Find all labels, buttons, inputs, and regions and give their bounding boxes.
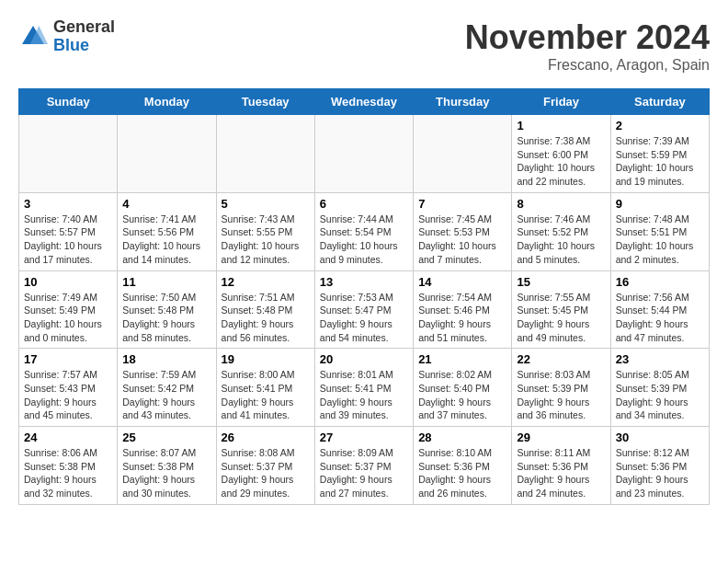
- calendar-cell: 30Sunrise: 8:12 AMSunset: 5:36 PMDayligh…: [610, 427, 709, 505]
- day-info: Sunrise: 7:38 AMSunset: 6:00 PMDaylight:…: [517, 134, 605, 189]
- calendar-cell: 8Sunrise: 7:46 AMSunset: 5:52 PMDaylight…: [512, 192, 610, 270]
- calendar-cell: 28Sunrise: 8:10 AMSunset: 5:36 PMDayligh…: [414, 427, 512, 505]
- logo-general: General: [53, 18, 115, 37]
- header-day-friday: Friday: [512, 89, 610, 115]
- calendar-cell: 12Sunrise: 7:51 AMSunset: 5:48 PMDayligh…: [216, 270, 314, 349]
- day-info: Sunrise: 8:05 AMSunset: 5:39 PMDaylight:…: [616, 368, 704, 422]
- calendar-cell: 2Sunrise: 7:39 AMSunset: 5:59 PMDaylight…: [610, 115, 709, 193]
- calendar-cell: 23Sunrise: 8:05 AMSunset: 5:39 PMDayligh…: [610, 349, 709, 427]
- calendar-cell: 26Sunrise: 8:08 AMSunset: 5:37 PMDayligh…: [216, 427, 314, 505]
- day-number: 12: [222, 275, 310, 289]
- day-info: Sunrise: 7:39 AMSunset: 5:59 PMDaylight:…: [616, 134, 704, 189]
- calendar-body: 1Sunrise: 7:38 AMSunset: 6:00 PMDaylight…: [19, 115, 710, 505]
- calendar-cell: 7Sunrise: 7:45 AMSunset: 5:53 PMDaylight…: [414, 192, 512, 270]
- day-number: 21: [418, 352, 506, 366]
- header-row: SundayMondayTuesdayWednesdayThursdayFrid…: [19, 89, 710, 115]
- day-number: 3: [24, 197, 112, 211]
- logo-text: General Blue: [53, 18, 115, 55]
- day-number: 2: [616, 119, 704, 132]
- day-number: 5: [222, 197, 310, 211]
- logo-blue: Blue: [53, 37, 115, 55]
- logo: General Blue: [18, 18, 115, 55]
- day-info: Sunrise: 7:44 AMSunset: 5:54 PMDaylight:…: [320, 213, 408, 267]
- calendar-cell: 4Sunrise: 7:41 AMSunset: 5:56 PMDaylight…: [118, 192, 216, 270]
- calendar-cell: 19Sunrise: 8:00 AMSunset: 5:41 PMDayligh…: [216, 349, 314, 427]
- calendar-table: SundayMondayTuesdayWednesdayThursdayFrid…: [18, 88, 710, 505]
- day-info: Sunrise: 7:40 AMSunset: 5:57 PMDaylight:…: [24, 213, 112, 267]
- day-info: Sunrise: 7:51 AMSunset: 5:48 PMDaylight:…: [222, 291, 310, 345]
- day-info: Sunrise: 7:41 AMSunset: 5:56 PMDaylight:…: [122, 213, 210, 267]
- day-number: 29: [517, 431, 605, 444]
- calendar-week-4: 24Sunrise: 8:06 AMSunset: 5:38 PMDayligh…: [19, 427, 710, 505]
- day-number: 24: [24, 431, 112, 444]
- title-block: November 2024 Frescano, Aragon, Spain: [465, 18, 710, 74]
- calendar-cell: [118, 115, 216, 193]
- logo-icon: [18, 22, 48, 52]
- calendar-cell: [19, 115, 118, 193]
- day-info: Sunrise: 8:08 AMSunset: 5:37 PMDaylight:…: [222, 446, 310, 500]
- day-number: 30: [616, 431, 704, 444]
- day-info: Sunrise: 7:50 AMSunset: 5:48 PMDaylight:…: [122, 291, 210, 345]
- header-day-sunday: Sunday: [19, 89, 118, 115]
- calendar-week-3: 17Sunrise: 7:57 AMSunset: 5:43 PMDayligh…: [19, 349, 710, 427]
- day-info: Sunrise: 7:59 AMSunset: 5:42 PMDaylight:…: [122, 368, 210, 422]
- day-info: Sunrise: 7:48 AMSunset: 5:51 PMDaylight:…: [616, 213, 704, 267]
- calendar-cell: 17Sunrise: 7:57 AMSunset: 5:43 PMDayligh…: [19, 349, 118, 427]
- day-number: 16: [616, 275, 704, 289]
- location: Frescano, Aragon, Spain: [465, 57, 710, 74]
- day-info: Sunrise: 8:12 AMSunset: 5:36 PMDaylight:…: [616, 446, 704, 500]
- calendar-cell: [414, 115, 512, 193]
- day-info: Sunrise: 7:53 AMSunset: 5:47 PMDaylight:…: [320, 291, 408, 345]
- calendar-cell: 13Sunrise: 7:53 AMSunset: 5:47 PMDayligh…: [314, 270, 413, 349]
- day-info: Sunrise: 8:07 AMSunset: 5:38 PMDaylight:…: [122, 446, 210, 500]
- day-number: 20: [320, 352, 408, 366]
- calendar-cell: 14Sunrise: 7:54 AMSunset: 5:46 PMDayligh…: [414, 270, 512, 349]
- header-day-saturday: Saturday: [610, 89, 709, 115]
- day-number: 26: [222, 431, 310, 444]
- month-title: November 2024: [465, 18, 710, 57]
- calendar-cell: 6Sunrise: 7:44 AMSunset: 5:54 PMDaylight…: [314, 192, 413, 270]
- calendar-cell: 3Sunrise: 7:40 AMSunset: 5:57 PMDaylight…: [19, 192, 118, 270]
- calendar-cell: 27Sunrise: 8:09 AMSunset: 5:37 PMDayligh…: [314, 427, 413, 505]
- header-day-wednesday: Wednesday: [314, 89, 413, 115]
- day-number: 18: [122, 352, 210, 366]
- day-info: Sunrise: 8:11 AMSunset: 5:36 PMDaylight:…: [517, 446, 605, 500]
- calendar-week-0: 1Sunrise: 7:38 AMSunset: 6:00 PMDaylight…: [19, 115, 710, 193]
- day-number: 14: [418, 275, 506, 289]
- day-info: Sunrise: 7:55 AMSunset: 5:45 PMDaylight:…: [517, 291, 605, 345]
- day-info: Sunrise: 7:45 AMSunset: 5:53 PMDaylight:…: [418, 213, 506, 267]
- day-number: 8: [517, 197, 605, 211]
- day-number: 7: [418, 197, 506, 211]
- day-info: Sunrise: 7:57 AMSunset: 5:43 PMDaylight:…: [24, 368, 112, 422]
- calendar-week-1: 3Sunrise: 7:40 AMSunset: 5:57 PMDaylight…: [19, 192, 710, 270]
- header-day-thursday: Thursday: [414, 89, 512, 115]
- calendar-cell: 5Sunrise: 7:43 AMSunset: 5:55 PMDaylight…: [216, 192, 314, 270]
- calendar-cell: 25Sunrise: 8:07 AMSunset: 5:38 PMDayligh…: [118, 427, 216, 505]
- day-number: 13: [320, 275, 408, 289]
- page-header: General Blue November 2024 Frescano, Ara…: [18, 18, 710, 74]
- day-info: Sunrise: 8:06 AMSunset: 5:38 PMDaylight:…: [24, 446, 112, 500]
- day-number: 4: [122, 197, 210, 211]
- day-info: Sunrise: 8:00 AMSunset: 5:41 PMDaylight:…: [222, 368, 310, 422]
- calendar-header: SundayMondayTuesdayWednesdayThursdayFrid…: [19, 89, 710, 115]
- calendar-cell: 24Sunrise: 8:06 AMSunset: 5:38 PMDayligh…: [19, 427, 118, 505]
- day-info: Sunrise: 8:01 AMSunset: 5:41 PMDaylight:…: [320, 368, 408, 422]
- day-info: Sunrise: 7:49 AMSunset: 5:49 PMDaylight:…: [24, 291, 112, 345]
- day-number: 27: [320, 431, 408, 444]
- day-info: Sunrise: 8:03 AMSunset: 5:39 PMDaylight:…: [517, 368, 605, 422]
- calendar-cell: [314, 115, 413, 193]
- day-number: 23: [616, 352, 704, 366]
- calendar-cell: 20Sunrise: 8:01 AMSunset: 5:41 PMDayligh…: [314, 349, 413, 427]
- day-info: Sunrise: 8:02 AMSunset: 5:40 PMDaylight:…: [418, 368, 506, 422]
- calendar-cell: 15Sunrise: 7:55 AMSunset: 5:45 PMDayligh…: [512, 270, 610, 349]
- day-number: 15: [517, 275, 605, 289]
- day-number: 1: [517, 119, 605, 132]
- day-number: 11: [122, 275, 210, 289]
- day-info: Sunrise: 8:10 AMSunset: 5:36 PMDaylight:…: [418, 446, 506, 500]
- header-day-monday: Monday: [118, 89, 216, 115]
- day-number: 9: [616, 197, 704, 211]
- calendar-cell: 29Sunrise: 8:11 AMSunset: 5:36 PMDayligh…: [512, 427, 610, 505]
- day-info: Sunrise: 7:54 AMSunset: 5:46 PMDaylight:…: [418, 291, 506, 345]
- calendar-cell: 1Sunrise: 7:38 AMSunset: 6:00 PMDaylight…: [512, 115, 610, 193]
- header-day-tuesday: Tuesday: [216, 89, 314, 115]
